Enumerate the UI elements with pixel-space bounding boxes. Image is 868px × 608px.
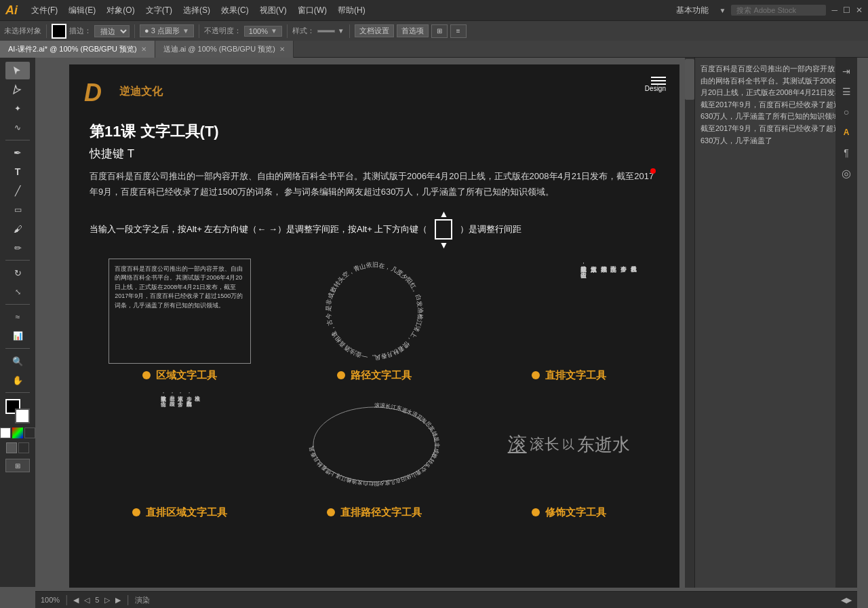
right-icon-ai[interactable]: A xyxy=(838,124,854,140)
tab-close-1[interactable]: ✕ xyxy=(141,45,146,53)
arrow-box xyxy=(435,219,452,240)
menu-window[interactable]: 窗口(W) xyxy=(292,5,332,16)
right-icon-circle[interactable]: ◎ xyxy=(838,165,854,181)
toolbar-divider-1 xyxy=(46,24,47,38)
pencil-tool[interactable]: ✏ xyxy=(5,239,30,256)
vertical-col-6: 惯看秋月春风 xyxy=(629,261,637,361)
toolbar: 未选择对象 描边： 描边 ● 3 点圆形 ▼ 不透明度： 100% ▼ 样式： … xyxy=(0,20,868,41)
minimize-button[interactable]: ─ xyxy=(831,5,837,15)
hamburger-menu[interactable] xyxy=(651,77,666,85)
menu-edit[interactable]: 编辑(E) xyxy=(63,5,101,16)
menu-effect[interactable]: 效果(C) xyxy=(216,5,254,16)
menu-bar: Ai 文件(F) 编辑(E) 对象(O) 文字(T) 选择(S) 效果(C) 视… xyxy=(0,0,868,20)
doc-settings-button[interactable]: 文档设置 xyxy=(355,24,394,37)
vertical-text-visual: 旧是非成败转头空，青山依旧在 滚滚长江东逝水 浪花淘尽英雄尝 几度夕阳红 古今多… xyxy=(498,259,640,364)
gradient-button[interactable] xyxy=(12,428,23,438)
scale-tool[interactable]: ⤡ xyxy=(5,283,30,301)
rotate-tool[interactable]: ↻ xyxy=(5,264,30,282)
pen-tool[interactable]: ✒ xyxy=(5,144,30,162)
logo-group: D 逆迪文化 xyxy=(83,77,163,107)
direct-selection-tool[interactable] xyxy=(5,81,30,98)
background-color[interactable] xyxy=(15,408,30,423)
app-logo: Ai xyxy=(5,3,18,18)
brand-name: 逆迪文化 xyxy=(119,85,163,99)
vertical-path-label-row: 直排路径文字工具 xyxy=(327,506,422,519)
color-swatch-area[interactable] xyxy=(5,399,30,423)
toolbar-divider-4 xyxy=(287,24,288,38)
demo-deco-text: 滚 滚长 以 东逝水 修饰文字工具 xyxy=(471,389,666,519)
va-col-4: 少事，几度夕阳红白 xyxy=(185,392,192,498)
tab-file-2[interactable]: 送迪.ai @ 100% (RGB/GPU 预览) ✕ xyxy=(155,41,294,58)
dot-area xyxy=(142,371,151,379)
right-icon-2[interactable]: ☰ xyxy=(838,83,854,100)
page-nav-prev2[interactable]: ◁ xyxy=(84,596,90,605)
artboard-header: D 逆迪文化 Design xyxy=(69,64,679,115)
arrange-button[interactable]: ⊞ xyxy=(431,24,448,38)
paintbrush-tool[interactable]: 🖌 xyxy=(5,220,30,238)
search-input[interactable] xyxy=(731,5,826,16)
stroke-label: 描边： xyxy=(69,26,92,36)
zoom-tool[interactable]: 🔍 xyxy=(5,352,30,370)
magic-wand-tool[interactable]: ✦ xyxy=(5,100,30,117)
stroke-color-swatch[interactable] xyxy=(52,24,66,39)
close-button[interactable]: ✕ xyxy=(856,5,863,15)
demo-vertical-text: 旧是非成败转头空，青山依旧在 滚滚长江东逝水 浪花淘尽英雄尝 几度夕阳红 古今多… xyxy=(471,259,666,382)
circle-path-svg: 是非成败转头空，青山依旧在，几度夕阳红。白发渔樵江渚上，惯看秋月春风。一壶浊酒喜… xyxy=(303,259,446,364)
screen-mode-button[interactable] xyxy=(6,442,17,453)
va-col-2: 是旧在，白发雄 xyxy=(168,392,175,498)
menu-file[interactable]: 文件(F) xyxy=(26,5,63,16)
lasso-tool[interactable]: ∿ xyxy=(5,119,30,136)
type-tool[interactable]: T xyxy=(5,163,30,180)
nav-label: Design xyxy=(645,85,666,92)
tip-text-before: 当输入一段文字之后，按Alt+ 左右方向键（← →）是调整字间距，按Alt+ 上… xyxy=(90,223,427,235)
fill-none-button[interactable] xyxy=(0,428,11,438)
path-text-tool-name: 路径文字工具 xyxy=(351,369,412,382)
preferences-button[interactable]: 首选项 xyxy=(397,24,429,37)
va-col-5: 发渔樵 xyxy=(194,392,201,498)
pattern-button[interactable] xyxy=(24,428,35,438)
toolbar-divider-3 xyxy=(199,24,199,38)
graph-tool[interactable]: 📊 xyxy=(5,327,30,345)
selection-tool[interactable] xyxy=(5,62,30,79)
menu-help[interactable]: 帮助(H) xyxy=(332,5,371,16)
vertical-scrollbar[interactable] xyxy=(685,58,694,588)
page-nav-prev[interactable]: ◀ xyxy=(73,596,79,605)
vertical-text-label-row: 直排文字工具 xyxy=(532,369,606,382)
tab-close-2[interactable]: ✕ xyxy=(279,45,285,53)
style-label: 样式： xyxy=(292,26,315,36)
toolbar-divider-2 xyxy=(134,24,135,38)
line-tool[interactable]: ╱ xyxy=(5,182,30,200)
vertical-text-tool-name: 直排文字工具 xyxy=(545,369,606,382)
style-swatch[interactable] xyxy=(317,30,335,33)
right-icon-1[interactable]: ⇥ xyxy=(838,63,854,79)
lesson-tip-line: 当输入一段文字之后，按Alt+ 左右方向键（← →）是调整字间距，按Alt+ 上… xyxy=(90,208,659,250)
hand-tool[interactable]: ✋ xyxy=(5,371,30,389)
menu-object[interactable]: 对象(O) xyxy=(101,5,140,16)
restore-button[interactable]: ☐ xyxy=(843,5,850,15)
brush-size-control[interactable]: ● 3 点圆形 ▼ xyxy=(140,24,194,37)
deco-text-visual: 滚 滚长 以 东逝水 xyxy=(498,389,640,501)
page-nav-next[interactable]: ▶ xyxy=(115,596,121,605)
color-mode-buttons xyxy=(0,428,35,438)
page-nav-next2[interactable]: ▷ xyxy=(104,596,110,605)
align-button[interactable]: ≡ xyxy=(450,24,467,38)
menu-view[interactable]: 视图(V) xyxy=(254,5,292,16)
right-icon-para[interactable]: ¶ xyxy=(838,145,854,161)
right-icon-3[interactable]: ○ xyxy=(838,104,854,120)
dot-deco xyxy=(532,508,540,516)
warp-tool[interactable]: ≈ xyxy=(5,308,30,326)
lesson-title: 第11课 文字工具(T) xyxy=(90,121,659,142)
presentation-mode-button[interactable] xyxy=(18,442,29,453)
demo-row-1: 百度百科是百度公司推出的一部内容开放、自由的网络百科全书平台。其测试版于2006… xyxy=(69,259,679,382)
va-col-1: 非成败转头空，青山依 xyxy=(159,392,166,498)
stroke-select[interactable]: 描边 xyxy=(94,25,130,37)
artboard-tool[interactable]: ⊞ xyxy=(5,459,30,472)
menu-select[interactable]: 选择(S) xyxy=(178,5,216,16)
rect-tool[interactable]: ▭ xyxy=(5,201,30,218)
workspace-label[interactable]: 基本功能 xyxy=(671,5,714,16)
properties-panel: 百度百科是百度公司推出的一部内容开放、自由的网络百科全书平台。其测试版于2006… xyxy=(694,58,857,588)
tab-file-1[interactable]: AI-课件2.ai* @ 100% (RGB/GPU 预览) ✕ xyxy=(0,41,155,58)
scroll-thumb-v[interactable] xyxy=(685,59,694,100)
opacity-control[interactable]: 100% ▼ xyxy=(244,26,282,37)
menu-text[interactable]: 文字(T) xyxy=(140,5,178,16)
